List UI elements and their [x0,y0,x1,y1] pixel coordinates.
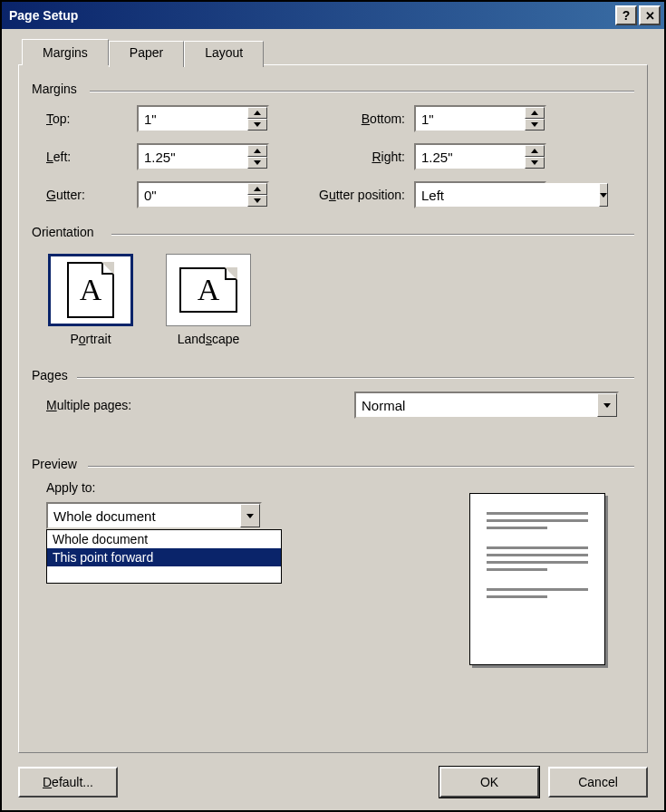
orientation-group: Orientation A Portrait A [32,225,634,352]
applyto-input[interactable] [48,504,240,527]
tab-margins[interactable]: Margins [22,39,109,65]
top-down[interactable] [247,119,267,130]
chevron-down-icon [600,193,607,198]
multiple-pages-label: Multiple pages: [46,398,354,412]
gutterpos-input[interactable] [416,183,599,207]
help-icon: ? [623,8,631,23]
pages-group: Pages Multiple pages: [32,368,634,419]
close-button[interactable]: ✕ [639,5,661,25]
landscape-label: Landscape [166,332,251,346]
top-spinner[interactable] [137,105,269,132]
window-title: Page Setup [9,8,613,23]
applyto-option-forward[interactable]: This point forward [47,548,281,566]
preview-legend: Preview [32,457,77,471]
applyto-option-whole[interactable]: Whole document [47,530,281,548]
landscape-icon: A [166,254,251,326]
portrait-label: Portrait [48,332,133,346]
bottom-up[interactable] [525,107,545,119]
multiple-pages-input[interactable] [356,393,597,417]
applyto-option-blank[interactable] [47,566,281,583]
applyto-dropdown-button[interactable] [240,504,260,527]
help-button[interactable]: ? [615,5,637,25]
left-input[interactable] [139,145,247,169]
left-down[interactable] [247,157,267,169]
cancel-button[interactable]: Cancel [548,767,648,798]
tab-layout[interactable]: Layout [184,41,264,67]
button-row: Default... OK Cancel [18,767,648,798]
orientation-landscape[interactable]: A Landscape [166,254,251,346]
gutter-spinner[interactable] [137,181,269,208]
left-label: Left: [46,150,137,164]
multiple-pages-combo[interactable] [354,392,619,419]
right-spinner[interactable] [414,143,546,170]
top-input[interactable] [139,107,247,130]
margins-legend: Margins [32,82,77,96]
top-up[interactable] [247,107,267,119]
applyto-combo[interactable] [46,502,262,529]
right-input[interactable] [416,145,525,169]
preview-thumbnail [469,493,605,665]
left-up[interactable] [247,145,267,157]
gutterpos-label: Gutter position: [269,188,414,202]
ok-button[interactable]: OK [439,767,539,798]
page-setup-dialog: Page Setup ? ✕ Margins Paper Layout Marg… [0,0,666,812]
bottom-down[interactable] [525,119,545,130]
orientation-legend: Orientation [32,225,93,239]
gutterpos-combo[interactable] [414,181,546,208]
gutterpos-dropdown-button[interactable] [599,183,608,207]
pages-legend: Pages [32,368,68,382]
bottom-spinner[interactable] [414,105,546,132]
orientation-portrait[interactable]: A Portrait [48,254,133,346]
title-bar: Page Setup ? ✕ [2,2,664,29]
applyto-dropdown-list: Whole document This point forward [46,529,282,584]
gutter-down[interactable] [247,195,267,207]
tab-strip: Margins Paper Layout [22,38,648,64]
top-label: Top: [46,111,137,126]
portrait-icon: A [48,254,133,326]
gutter-input[interactable] [139,183,247,207]
close-icon: ✕ [645,9,655,23]
gutter-up[interactable] [247,183,267,195]
default-button[interactable]: Default... [18,767,118,798]
multiple-pages-dropdown-button[interactable] [597,393,617,417]
left-spinner[interactable] [137,143,269,170]
gutter-label: Gutter: [46,188,137,202]
bottom-input[interactable] [416,107,525,130]
tab-paper[interactable]: Paper [109,41,184,67]
right-up[interactable] [525,145,545,157]
chevron-down-icon [603,403,611,408]
preview-group: Preview Apply to: Whole document This po… [32,457,634,656]
right-label: Right: [269,150,414,164]
bottom-label: Bottom: [269,111,414,126]
margins-group: Margins Top: Bottom: [32,82,634,208]
chevron-down-icon [246,514,254,518]
right-down[interactable] [525,157,545,169]
tab-panel: Margins Top: Bottom: [18,64,648,753]
